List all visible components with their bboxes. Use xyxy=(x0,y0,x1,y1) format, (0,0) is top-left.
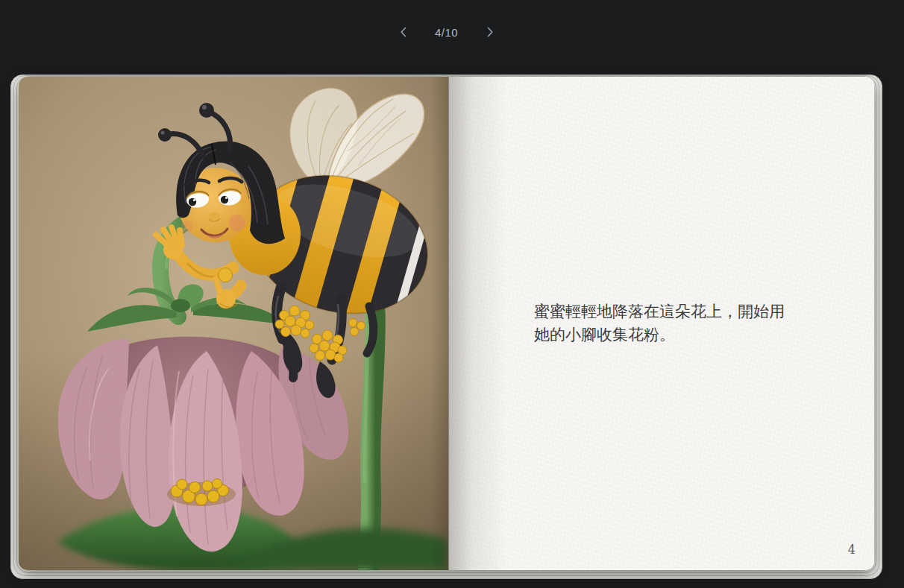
storybook-illustration xyxy=(19,77,448,570)
chevron-left-icon xyxy=(395,24,412,40)
prev-page-button[interactable] xyxy=(394,22,413,42)
page-indicator: 4/10 xyxy=(431,26,462,39)
page-number: 4 xyxy=(848,543,856,557)
story-text: 蜜蜜輕輕地降落在這朵花上，開始用她的小腳收集花粉。 xyxy=(534,300,789,347)
pager: 4/10 xyxy=(19,22,874,42)
next-page-button[interactable] xyxy=(480,22,500,42)
book-spread: 蜜蜜輕輕地降落在這朵花上，開始用她的小腳收集花粉。 4 xyxy=(19,77,874,570)
chevron-right-icon xyxy=(482,24,498,40)
spine-line xyxy=(448,77,449,570)
spine-shadow xyxy=(448,77,506,570)
illustration-page xyxy=(19,77,448,570)
storybook: 蜜蜜輕輕地降落在這朵花上，開始用她的小腳收集花粉。 4 xyxy=(19,77,874,570)
text-page: 蜜蜜輕輕地降落在這朵花上，開始用她的小腳收集花粉。 4 xyxy=(448,77,874,570)
app-background: 4/10 xyxy=(0,0,904,588)
